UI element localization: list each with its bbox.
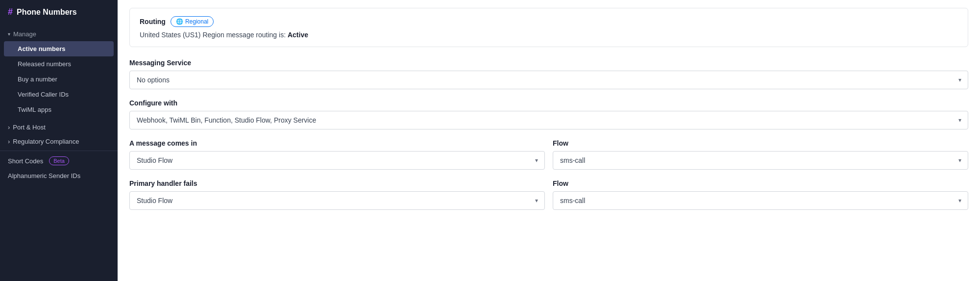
chevron-down-icon: ▾: [8, 31, 10, 37]
port-host-label: Port & Host: [13, 124, 45, 131]
beta-badge: Beta: [49, 156, 69, 165]
verified-caller-ids-label: Verified Caller IDs: [18, 91, 69, 98]
manage-section: ▾ Manage Active numbers Released numbers…: [0, 24, 118, 120]
sidebar-item-twiml-apps[interactable]: TwiML apps: [0, 102, 118, 117]
message-comes-in-label: A message comes in: [129, 139, 545, 147]
sidebar-header: # Phone Numbers: [0, 0, 118, 24]
primary-handler-fails-wrapper: Studio Flow ▾: [129, 191, 545, 210]
routing-description-prefix: United States (US1) Region message routi…: [140, 31, 288, 39]
sidebar-item-port-host[interactable]: › Port & Host: [0, 120, 118, 134]
routing-badge-text: Regional: [185, 18, 208, 25]
short-codes-label: Short Codes: [8, 157, 43, 165]
sidebar-item-regulatory-compliance[interactable]: › Regulatory Compliance: [0, 134, 118, 149]
routing-header: Routing 🌐 Regional: [140, 16, 958, 27]
messaging-service-section: Messaging Service No options ▾: [129, 59, 968, 89]
sidebar-item-short-codes[interactable]: Short Codes Beta: [0, 153, 118, 169]
routing-badge: 🌐 Regional: [171, 16, 214, 27]
regulatory-compliance-label: Regulatory Compliance: [13, 138, 79, 145]
sidebar-item-verified-caller-ids[interactable]: Verified Caller IDs: [0, 87, 118, 102]
messaging-service-wrapper: No options ▾: [129, 71, 968, 89]
chevron-right-icon-2: ›: [8, 138, 10, 145]
sidebar-item-released-numbers[interactable]: Released numbers: [0, 56, 118, 72]
message-comes-in-wrapper: Studio Flow ▾: [129, 151, 545, 170]
primary-handler-fails-section: Primary handler fails Studio Flow ▾: [129, 179, 545, 210]
hash-icon: #: [8, 7, 13, 17]
alphanumeric-sender-ids-label: Alphanumeric Sender IDs: [8, 172, 80, 179]
content-area: Routing 🌐 Regional United States (US1) R…: [118, 0, 980, 231]
message-comes-in-flow-select[interactable]: sms-call: [553, 151, 968, 170]
routing-status: Active: [288, 31, 308, 39]
message-comes-in-flow-section: Flow sms-call ▾: [553, 139, 968, 170]
active-numbers-label: Active numbers: [18, 45, 66, 52]
configure-with-wrapper: Webhook, TwiML Bin, Function, Studio Flo…: [129, 111, 968, 129]
message-comes-in-row: A message comes in Studio Flow ▾ Flow sm…: [129, 139, 968, 179]
messaging-service-select[interactable]: No options: [129, 71, 968, 89]
message-comes-in-flow-wrapper: sms-call ▾: [553, 151, 968, 170]
configure-with-select[interactable]: Webhook, TwiML Bin, Function, Studio Flo…: [129, 111, 968, 129]
released-numbers-label: Released numbers: [18, 60, 71, 68]
sidebar-item-buy-a-number[interactable]: Buy a number: [0, 72, 118, 87]
primary-handler-fails-flow-section: Flow sms-call ▾: [553, 179, 968, 210]
primary-handler-fails-flow-wrapper: sms-call ▾: [553, 191, 968, 210]
configure-with-section: Configure with Webhook, TwiML Bin, Funct…: [129, 99, 968, 129]
messaging-service-label: Messaging Service: [129, 59, 968, 67]
sidebar-item-alphanumeric-sender-ids[interactable]: Alphanumeric Sender IDs: [0, 169, 118, 183]
buy-a-number-label: Buy a number: [18, 76, 57, 83]
sidebar: # Phone Numbers ▾ Manage Active numbers …: [0, 0, 118, 281]
routing-label: Routing: [140, 18, 166, 26]
message-comes-in-select[interactable]: Studio Flow: [129, 151, 545, 170]
twiml-apps-label: TwiML apps: [18, 106, 51, 113]
manage-section-label: Manage: [13, 30, 36, 38]
sidebar-divider: [0, 151, 118, 151]
message-comes-in-section: A message comes in Studio Flow ▾: [129, 139, 545, 170]
manage-section-toggle[interactable]: ▾ Manage: [0, 27, 118, 41]
primary-handler-fails-label: Primary handler fails: [129, 179, 545, 187]
routing-description: United States (US1) Region message routi…: [140, 31, 958, 39]
chevron-right-icon: ›: [8, 124, 10, 131]
primary-handler-fails-flow-select[interactable]: sms-call: [553, 191, 968, 210]
routing-box: Routing 🌐 Regional United States (US1) R…: [129, 8, 968, 47]
sidebar-title: Phone Numbers: [17, 8, 77, 17]
configure-with-label: Configure with: [129, 99, 968, 107]
main-content: Routing 🌐 Regional United States (US1) R…: [118, 0, 980, 281]
primary-handler-fails-flow-label: Flow: [553, 179, 968, 187]
primary-handler-fails-select[interactable]: Studio Flow: [129, 191, 545, 210]
primary-handler-fails-row: Primary handler fails Studio Flow ▾ Flow…: [129, 179, 968, 220]
message-comes-in-flow-label: Flow: [553, 139, 968, 147]
globe-icon: 🌐: [176, 18, 183, 25]
sidebar-item-active-numbers[interactable]: Active numbers: [4, 41, 114, 56]
